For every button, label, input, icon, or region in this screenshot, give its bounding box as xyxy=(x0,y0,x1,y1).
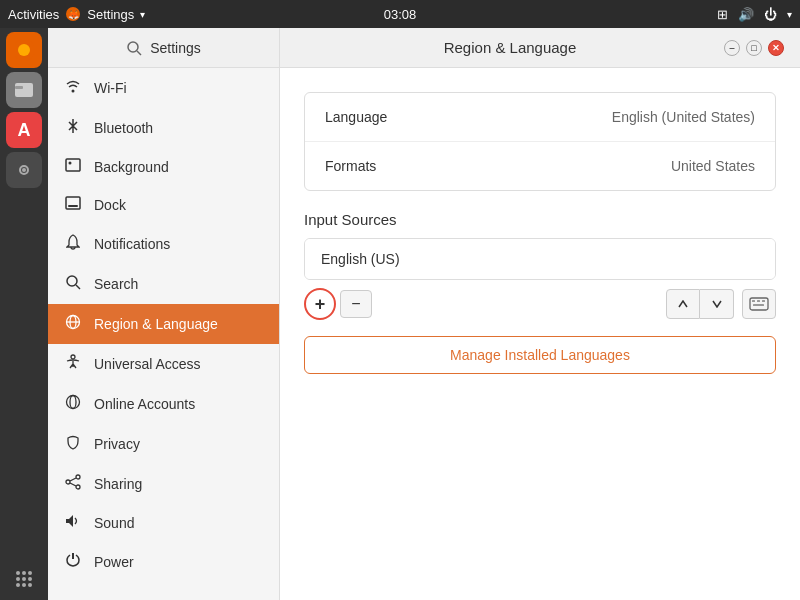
move-up-button[interactable] xyxy=(666,289,700,319)
svg-point-10 xyxy=(28,571,32,575)
power-icon[interactable]: ⏻ xyxy=(764,7,777,22)
svg-text:🦊: 🦊 xyxy=(68,9,80,21)
app-menu-chevron[interactable]: ▾ xyxy=(140,9,145,20)
svg-point-8 xyxy=(16,571,20,575)
svg-point-24 xyxy=(67,276,77,286)
dock-icon-software[interactable]: A xyxy=(6,112,42,148)
app-menu-label[interactable]: Settings xyxy=(87,7,134,22)
sidebar-item-notifications[interactable]: Notifications xyxy=(48,224,279,264)
topbar-right: ⊞ 🔊 ⏻ ▾ xyxy=(717,7,792,22)
svg-point-12 xyxy=(22,577,26,581)
language-label: Language xyxy=(325,109,387,125)
svg-point-30 xyxy=(67,396,80,409)
svg-point-3 xyxy=(18,44,30,56)
svg-rect-22 xyxy=(66,197,80,209)
maximize-button[interactable]: □ xyxy=(746,40,762,56)
minimize-button[interactable]: – xyxy=(724,40,740,56)
sound-icon[interactable]: 🔊 xyxy=(738,7,754,22)
formats-row[interactable]: Formats United States xyxy=(305,141,775,190)
sidebar-item-bluetooth[interactable]: Bluetooth xyxy=(48,108,279,148)
main-header: Region & Language – □ ✕ xyxy=(280,39,800,56)
sidebar-label-background: Background xyxy=(94,159,169,175)
dock-icon-firefox[interactable] xyxy=(6,32,42,68)
input-source-english-us[interactable]: English (US) xyxy=(305,239,775,279)
appbar: Settings Region & Language – □ ✕ xyxy=(48,28,800,68)
topbar-left: Activities 🦊 Settings ▾ xyxy=(8,6,145,22)
sidebar-item-sound[interactable]: Sound xyxy=(48,504,279,542)
search-icon[interactable] xyxy=(126,40,142,56)
input-sources-list: English (US) xyxy=(304,238,776,280)
svg-line-18 xyxy=(137,51,141,55)
svg-line-25 xyxy=(76,285,80,289)
bluetooth-icon xyxy=(64,118,82,138)
sidebar-label-search: Search xyxy=(94,276,138,292)
sidebar-item-power[interactable]: Power xyxy=(48,542,279,582)
svg-rect-41 xyxy=(753,304,764,306)
sidebar-item-dock[interactable]: Dock xyxy=(48,186,279,224)
dock: A xyxy=(0,28,48,600)
formats-value: United States xyxy=(671,158,755,174)
input-sources-section: Input Sources English (US) + − xyxy=(304,211,776,374)
sharing-icon xyxy=(64,474,82,494)
sound-nav-icon xyxy=(64,514,82,532)
remove-input-source-button[interactable]: − xyxy=(340,290,372,318)
sidebar-item-wifi[interactable]: Wi-Fi xyxy=(48,68,279,108)
svg-point-16 xyxy=(28,583,32,587)
system-chevron[interactable]: ▾ xyxy=(787,9,792,20)
dock-icon-settings[interactable] xyxy=(6,152,42,188)
language-value: English (United States) xyxy=(612,109,755,125)
svg-point-29 xyxy=(71,355,75,359)
formats-label: Formats xyxy=(325,158,376,174)
sidebar-label-universal-access: Universal Access xyxy=(94,356,201,372)
sidebar-item-universal-access[interactable]: Universal Access xyxy=(48,344,279,384)
svg-point-33 xyxy=(66,480,70,484)
svg-rect-39 xyxy=(757,300,760,302)
sidebar-label-sound: Sound xyxy=(94,515,134,531)
power-nav-icon xyxy=(64,552,82,572)
dock-grid-button[interactable] xyxy=(13,568,35,594)
sidebar-label-notifications: Notifications xyxy=(94,236,170,252)
topbar: Activities 🦊 Settings ▾ 03:08 ⊞ 🔊 ⏻ ▾ xyxy=(0,0,800,28)
svg-point-11 xyxy=(16,577,20,581)
input-sources-controls: + − xyxy=(304,288,776,320)
svg-line-35 xyxy=(70,478,76,481)
sidebar-item-sharing[interactable]: Sharing xyxy=(48,464,279,504)
svg-point-7 xyxy=(22,168,26,172)
input-sources-label: Input Sources xyxy=(304,211,776,228)
sidebar-item-background[interactable]: Background xyxy=(48,148,279,186)
svg-point-21 xyxy=(69,162,72,165)
sidebar-label-sharing: Sharing xyxy=(94,476,142,492)
sidebar-label-wifi: Wi-Fi xyxy=(94,80,127,96)
close-button[interactable]: ✕ xyxy=(768,40,784,56)
sidebar-header: Settings xyxy=(48,28,280,68)
svg-rect-20 xyxy=(66,159,80,171)
add-input-source-button[interactable]: + xyxy=(304,288,336,320)
svg-point-15 xyxy=(22,583,26,587)
activities-label[interactable]: Activities xyxy=(8,7,59,22)
sidebar-label-region: Region & Language xyxy=(94,316,218,332)
language-formats-card: Language English (United States) Formats… xyxy=(304,92,776,191)
sidebar-item-online-accounts[interactable]: Online Accounts xyxy=(48,384,279,424)
sidebar-label-bluetooth: Bluetooth xyxy=(94,120,153,136)
svg-point-9 xyxy=(22,571,26,575)
svg-point-31 xyxy=(70,396,76,409)
content-area: Language English (United States) Formats… xyxy=(280,68,800,600)
manage-languages-button[interactable]: Manage Installed Languages xyxy=(304,336,776,374)
notifications-icon xyxy=(64,234,82,254)
sidebar-item-search[interactable]: Search xyxy=(48,264,279,304)
move-down-button[interactable] xyxy=(700,289,734,319)
dock-nav-icon xyxy=(64,196,82,214)
network-icon[interactable]: ⊞ xyxy=(717,7,728,22)
svg-point-13 xyxy=(28,577,32,581)
sidebar-item-region[interactable]: Region & Language xyxy=(48,304,279,344)
sidebar-label-online-accounts: Online Accounts xyxy=(94,396,195,412)
svg-line-36 xyxy=(70,483,76,486)
sidebar-item-privacy[interactable]: Privacy xyxy=(48,424,279,464)
dock-icon-files[interactable] xyxy=(6,72,42,108)
wifi-icon xyxy=(64,78,82,98)
svg-point-19 xyxy=(72,90,75,93)
svg-point-34 xyxy=(76,485,80,489)
search-nav-icon xyxy=(64,274,82,294)
language-row[interactable]: Language English (United States) xyxy=(305,93,775,141)
keyboard-layout-button[interactable] xyxy=(742,289,776,319)
